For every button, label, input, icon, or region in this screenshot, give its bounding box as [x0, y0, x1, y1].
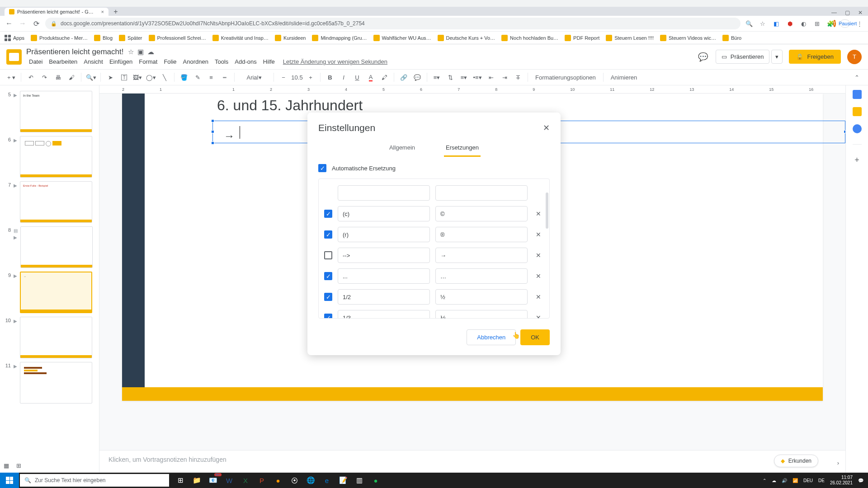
cloud-icon[interactable]: ☁ — [147, 48, 154, 56]
menu-hilfe[interactable]: Hilfe — [260, 57, 278, 66]
menu-folie[interactable]: Folie — [161, 57, 179, 66]
line-spacing-icon[interactable]: ⇅ — [444, 71, 456, 83]
explore-button[interactable]: ◆ Erkunden — [774, 455, 818, 467]
replace-from-input[interactable] — [338, 248, 430, 263]
star-icon[interactable]: ☆ — [128, 48, 134, 56]
font-select[interactable]: Arial ▾ — [238, 71, 270, 83]
grid-view-icon[interactable]: ⊞ — [16, 462, 21, 469]
app-icon[interactable]: ● — [270, 474, 286, 487]
share-button[interactable]: 🔒 Freigeben — [789, 50, 841, 64]
add-icon[interactable]: + — [854, 155, 859, 165]
bookmark-item[interactable]: Produktsuche - Mer… — [31, 35, 88, 41]
paint-format-icon[interactable]: 🖌 — [66, 71, 77, 83]
line-icon[interactable]: ╲ — [159, 71, 170, 83]
ok-button[interactable]: OK — [520, 329, 550, 345]
format-options-button[interactable]: Formatierungsoptionen — [532, 71, 599, 83]
keyboard-indicator[interactable]: DE — [818, 478, 825, 483]
menu-format[interactable]: Format — [136, 57, 160, 66]
replace-to-input[interactable] — [435, 227, 528, 242]
bookmark-item[interactable]: Wahlfächer WU Aus… — [373, 35, 431, 41]
font-size-plus[interactable]: + — [305, 71, 316, 83]
edge-icon[interactable]: e — [319, 474, 335, 487]
font-size-input[interactable]: 10.5 — [291, 71, 303, 83]
text-color-icon[interactable]: A — [365, 71, 377, 83]
word-icon[interactable]: W — [222, 474, 237, 487]
keep-icon[interactable] — [853, 107, 862, 116]
menu-icon[interactable]: ⋮ — [855, 19, 863, 28]
link-icon[interactable]: 🔗 — [398, 71, 410, 83]
highlight-icon[interactable]: 🖍 — [378, 71, 390, 83]
menu-ansicht[interactable]: Ansicht — [81, 57, 106, 66]
bookmark-item[interactable]: Steuern Videos wic… — [660, 35, 716, 41]
border-dash-icon[interactable]: ┅ — [219, 71, 231, 83]
notifications-icon[interactable]: 💬 — [858, 478, 863, 483]
browser-tab[interactable]: Präsentieren leicht gemacht! - G… × — [5, 8, 108, 16]
bookmark-item[interactable]: Blog — [94, 35, 113, 41]
zoom-icon[interactable]: 🔍 — [745, 19, 753, 28]
replace-from-input[interactable] — [338, 289, 430, 305]
delete-icon[interactable]: ✕ — [533, 293, 544, 300]
row-checkbox[interactable]: ✓ — [324, 272, 332, 280]
bookmark-item[interactable]: Mindmapping (Gru… — [312, 35, 367, 41]
extension-icon[interactable]: ◐ — [799, 19, 807, 28]
onedrive-icon[interactable]: ☁ — [772, 478, 776, 483]
url-input[interactable]: 🔒 docs.google.com/presentation/d/1yV372S… — [45, 18, 741, 29]
menu-bearbeiten[interactable]: Bearbeiten — [46, 57, 80, 66]
apps-button[interactable]: Apps — [5, 35, 24, 41]
replace-to-input[interactable] — [435, 206, 528, 221]
redo-icon[interactable]: ↷ — [38, 71, 50, 83]
animate-button[interactable]: Animieren — [607, 71, 641, 83]
maximize-icon[interactable]: ▢ — [845, 9, 850, 16]
user-avatar[interactable]: T — [847, 50, 862, 64]
delete-icon[interactable]: ✕ — [533, 210, 544, 217]
indent-increase-icon[interactable]: ⇥ — [499, 71, 510, 83]
star-icon[interactable]: ☆ — [759, 19, 767, 28]
bookmark-item[interactable]: Kursideen — [275, 35, 306, 41]
bookmark-item[interactable]: PDF Report — [565, 35, 599, 41]
italic-icon[interactable]: I — [338, 71, 349, 83]
auto-replace-checkbox[interactable]: ✓ — [318, 164, 326, 172]
comments-icon[interactable]: 💬 — [697, 51, 709, 63]
slide-panel[interactable]: 5▶In the Team 6▶ 7▶Erste-Folie - Beispie… — [0, 85, 99, 473]
tasks-icon[interactable] — [853, 124, 862, 133]
app-icon[interactable]: ▥ — [352, 474, 367, 487]
replace-from-input[interactable] — [338, 185, 430, 201]
mail-icon[interactable]: 📧99+ — [205, 474, 221, 487]
font-size-minus[interactable]: − — [278, 71, 289, 83]
substitution-table[interactable]: ✕ ✓ ✕ ✓ ✕ — [318, 178, 550, 319]
minimize-icon[interactable]: — — [831, 9, 837, 16]
start-button[interactable] — [0, 473, 19, 488]
delete-icon[interactable]: ✕ — [533, 314, 544, 319]
next-arrow-icon[interactable]: › — [837, 460, 839, 466]
row-checkbox[interactable]: ✓ — [324, 314, 332, 319]
task-view-icon[interactable]: ⊞ — [173, 474, 188, 487]
replace-to-input[interactable] — [435, 310, 528, 319]
select-icon[interactable]: ➤ — [104, 71, 116, 83]
bookmark-item[interactable]: Steuern Lesen !!!! — [606, 35, 654, 41]
notepad-icon[interactable]: 📝 — [335, 474, 351, 487]
bookmark-item[interactable]: Noch hochladen Bu… — [501, 35, 558, 41]
slide-thumb[interactable] — [20, 362, 92, 404]
close-icon[interactable]: ✕ — [543, 123, 550, 133]
row-checkbox[interactable] — [324, 251, 332, 259]
new-tab-button[interactable]: + — [111, 8, 120, 16]
replace-to-input[interactable] — [435, 268, 528, 284]
move-icon[interactable]: ▣ — [137, 48, 144, 56]
undo-icon[interactable]: ↶ — [25, 71, 37, 83]
replace-from-input[interactable] — [338, 268, 430, 284]
extension-icon[interactable]: ⬢ — [786, 19, 794, 28]
profile-paused-button[interactable]: T Pausiert — [840, 19, 850, 28]
print-icon[interactable]: 🖶 — [52, 71, 64, 83]
bookmark-item[interactable]: Büro — [722, 35, 741, 41]
textbox-icon[interactable]: 🅃 — [118, 71, 130, 83]
spotify-icon[interactable]: ● — [368, 474, 383, 487]
slide-thumb[interactable] — [20, 317, 92, 358]
powerpoint-icon[interactable]: P — [254, 474, 269, 487]
scrollbar[interactable] — [546, 192, 548, 229]
bookmark-item[interactable]: Professionell Schrei… — [149, 35, 206, 41]
slide-thumb[interactable]: In the Team — [20, 91, 92, 132]
row-checkbox[interactable]: ✓ — [324, 293, 332, 301]
underline-icon[interactable]: U — [351, 71, 363, 83]
back-icon[interactable]: ← — [5, 19, 14, 28]
border-weight-icon[interactable]: ≡ — [205, 71, 217, 83]
